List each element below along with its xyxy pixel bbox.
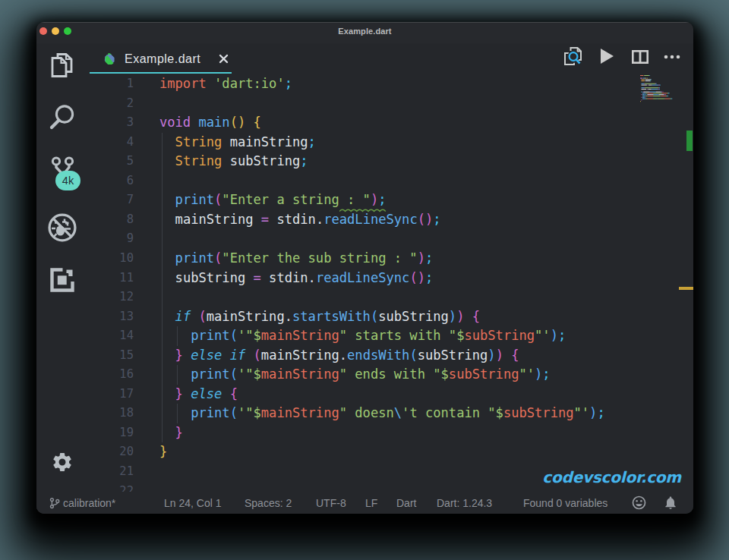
code-text: }	[159, 442, 167, 462]
zoom-window-button[interactable]	[64, 27, 71, 35]
indent-guide	[177, 365, 178, 385]
code-line-3: 3void main() {	[87, 113, 693, 133]
desktop: { "window": { "title": "Example.dart" },…	[0, 0, 729, 560]
line-number: 1	[87, 74, 134, 94]
variables-status[interactable]: Found 0 variables	[523, 492, 608, 514]
code-text: } else if (mainString.endsWith(subString…	[159, 346, 519, 366]
search-icon	[49, 104, 76, 133]
code-line-9: 9	[87, 229, 693, 249]
code-line-6: 6	[87, 171, 693, 191]
close-window-button[interactable]	[39, 27, 47, 35]
code-line-10: 10 print("Enter the sub string : ");	[87, 249, 693, 269]
code-line-12: 12	[87, 288, 693, 307]
minimap[interactable]	[640, 75, 678, 107]
scm-badge: 4k	[55, 171, 80, 190]
branch-label: calibration*	[63, 497, 115, 509]
line-number: 2	[87, 94, 134, 114]
title-bar: Example.dart	[36, 22, 693, 43]
code-line-11: 11 subString = stdin.readLineSync();	[87, 269, 693, 288]
code-text: }	[159, 423, 183, 443]
sidebar-item-source-control[interactable]: 4k	[36, 154, 87, 180]
open-preview-button[interactable]	[563, 45, 585, 68]
code-text: print("Enter the sub string : ");	[159, 249, 433, 269]
code-text: subString = stdin.readLineSync();	[159, 269, 433, 288]
code-text: print('"$mainString" starts with "$subSt…	[159, 326, 566, 346]
code-text: void main() {	[159, 113, 261, 133]
indent-guide	[177, 404, 178, 423]
sidebar-item-search[interactable]	[36, 104, 87, 133]
split-editor-button[interactable]	[632, 50, 649, 64]
more-actions-button[interactable]	[664, 55, 680, 59]
feedback-smiley-icon[interactable]	[632, 492, 646, 514]
code-line-8: 8 mainString = stdin.readLineSync();	[87, 210, 693, 230]
gear-icon	[51, 451, 74, 473]
editor-actions	[87, 43, 693, 74]
code-line-5: 5 String subString;	[87, 152, 693, 171]
ellipsis-icon	[664, 55, 680, 59]
code-text: print("Enter a string : ");	[159, 190, 387, 210]
overview-ruler-mark-green	[686, 131, 693, 151]
vscode-window: Example.dart 4k	[36, 22, 693, 514]
line-number: 8	[87, 210, 134, 230]
code-line-14: 14 print('"$mainString" starts with "$su…	[87, 326, 693, 346]
language-status[interactable]: Dart	[396, 492, 416, 514]
sidebar-item-debug[interactable]	[36, 212, 87, 243]
line-number: 10	[87, 249, 134, 269]
code-line-19: 19 }	[87, 423, 693, 443]
code-text: } else {	[159, 385, 238, 404]
code-line-13: 13 if (mainString.startsWith(subString))…	[87, 307, 693, 327]
code-text: String subString;	[159, 152, 308, 171]
line-number: 3	[87, 113, 134, 133]
search-doc-icon	[563, 45, 585, 68]
notifications-bell-icon[interactable]	[663, 492, 678, 514]
indentation-status[interactable]: Spaces: 2	[245, 492, 292, 514]
code-text: import 'dart:io';	[159, 74, 292, 94]
line-number: 19	[87, 423, 134, 443]
line-number: 22	[87, 482, 134, 492]
window-title: Example.dart	[36, 22, 693, 40]
line-number: 13	[87, 307, 134, 327]
line-number: 7	[87, 190, 134, 210]
cursor-position-status[interactable]: Ln 24, Col 1	[164, 492, 222, 514]
git-branch-status[interactable]: calibration*	[49, 492, 115, 514]
line-number: 6	[87, 171, 134, 191]
code-line-20: 20}	[87, 442, 693, 462]
code-line-18: 18 print('"$mainString" doesn\'t contain…	[87, 404, 693, 423]
code-line-17: 17 } else {	[87, 385, 693, 404]
code-line-2: 2	[87, 94, 693, 114]
run-button[interactable]	[599, 48, 614, 64]
code-text: if (mainString.startsWith(subString)) {	[159, 307, 480, 327]
play-icon	[599, 48, 614, 64]
encoding-status[interactable]: UTF-8	[316, 492, 346, 514]
overview-ruler-mark-gold	[679, 287, 693, 290]
code-editor[interactable]: 1import 'dart:io';23void main() {4 Strin…	[87, 74, 693, 492]
code-text: print('"$mainString" doesn\'t contain "$…	[159, 404, 605, 423]
sdk-version-status[interactable]: Dart: 1.24.3	[437, 492, 492, 514]
extensions-icon	[49, 266, 76, 294]
sidebar-item-extensions[interactable]	[36, 266, 87, 294]
line-number: 4	[87, 133, 134, 153]
code-line-7: 7 print("Enter a string : ");	[87, 190, 693, 210]
line-number: 14	[87, 326, 134, 346]
code-line-1: 1import 'dart:io';	[87, 74, 693, 94]
activity-bar: 4k	[36, 43, 87, 514]
line-number: 16	[87, 365, 134, 385]
line-number: 17	[87, 385, 134, 404]
files-icon	[51, 53, 74, 77]
code-text: mainString = stdin.readLineSync();	[159, 210, 441, 230]
code-text: String mainString;	[159, 133, 316, 153]
line-number: 20	[87, 442, 134, 462]
editor-area: Example.dart	[87, 43, 693, 492]
eol-status[interactable]: LF	[365, 492, 377, 514]
line-number: 9	[87, 229, 134, 249]
line-number: 12	[87, 288, 134, 307]
settings-gear-button[interactable]	[36, 451, 87, 473]
minimize-window-button[interactable]	[52, 27, 59, 35]
line-number: 15	[87, 346, 134, 366]
split-editor-icon	[632, 50, 649, 64]
code-line-15: 15 } else if (mainString.endsWith(subStr…	[87, 346, 693, 366]
git-branch-icon	[49, 497, 60, 509]
sidebar-item-explorer[interactable]	[36, 53, 87, 77]
tab-bar: Example.dart	[87, 43, 693, 74]
line-number: 18	[87, 404, 134, 423]
